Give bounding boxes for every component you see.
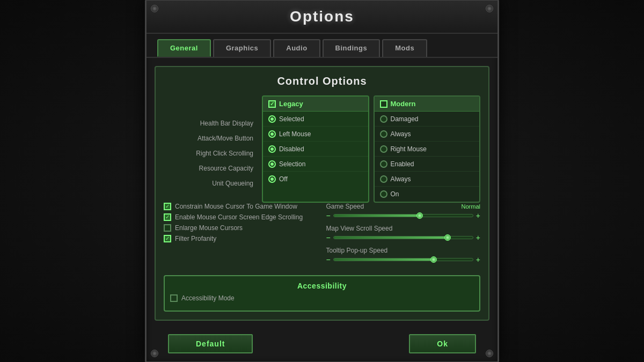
slider-tooltip: Tooltip Pop-up Speed − + (326, 247, 481, 263)
modern-row-2[interactable]: Right Mouse (375, 142, 480, 157)
labels-col: Health Bar Display Attack/Move Button Ri… (164, 95, 258, 203)
slider-map-scroll: Map View Scroll Speed − + (326, 225, 481, 241)
check-profanity-box[interactable] (164, 235, 171, 242)
modern-option-5: On (391, 190, 399, 198)
slider-tooltip-bar[interactable] (333, 258, 473, 261)
bolt-tl (151, 5, 158, 12)
control-columns: Health Bar Display Attack/Move Button Ri… (164, 95, 480, 203)
modern-option-0: Damaged (391, 115, 419, 123)
check-edge-scroll-box[interactable] (164, 213, 171, 221)
slider-map-scroll-bar[interactable] (333, 236, 473, 239)
label-unit-queue: Unit Queueing (164, 176, 258, 191)
section-title: Control Options (164, 75, 480, 87)
check-constrain-box[interactable] (164, 203, 171, 210)
bolt-br (486, 350, 493, 357)
check-enlarge: Enlarge Mouse Cursors (164, 224, 318, 232)
default-button[interactable]: Default (168, 334, 253, 353)
check-profanity-label: Filter Profanity (175, 235, 216, 242)
check-enlarge-label: Enlarge Mouse Cursors (175, 224, 243, 232)
tab-general[interactable]: General (157, 39, 211, 57)
content-area: Control Options Health Bar Display Attac… (155, 66, 489, 321)
modern-header: Modern (375, 97, 480, 112)
legacy-option-2: Disabled (279, 145, 304, 153)
slider-tooltip-track: − + (326, 256, 481, 263)
slider-tooltip-plus[interactable]: + (476, 256, 480, 263)
tab-graphics[interactable]: Graphics (213, 39, 271, 57)
bottom-bar: Default Ok (147, 329, 497, 361)
modern-option-1: Always (391, 130, 411, 138)
bolt-bl (151, 350, 158, 357)
legacy-radio-4[interactable] (268, 175, 276, 183)
legacy-header: Legacy (263, 97, 368, 112)
check-profanity: Filter Profanity (164, 235, 318, 242)
left-checkboxes: Constrain Mouse Cursor To Game Window En… (164, 203, 318, 269)
accessibility-section: Accessibility Accessibility Mode (164, 275, 480, 312)
legacy-row-3[interactable]: Selection (263, 157, 368, 172)
modern-label: Modern (391, 100, 416, 108)
legacy-radio-2[interactable] (268, 145, 276, 153)
legacy-row-4[interactable]: Off (263, 172, 368, 187)
checkboxes-sliders-section: Constrain Mouse Cursor To Game Window En… (164, 203, 480, 269)
legacy-radio-0[interactable] (268, 115, 276, 123)
slider-tooltip-label: Tooltip Pop-up Speed (326, 247, 388, 254)
modern-option-4: Always (391, 175, 411, 183)
check-enlarge-box[interactable] (164, 224, 171, 232)
main-window: Options General Graphics Audio Bindings … (145, 0, 499, 362)
slider-game-speed-plus[interactable]: + (476, 212, 480, 219)
check-edge-scroll-label: Enable Mouse Cursor Screen Edge Scrollin… (175, 213, 303, 221)
modern-row-0[interactable]: Damaged (375, 112, 480, 127)
legacy-option-4: Off (279, 175, 288, 183)
modern-option-2: Right Mouse (391, 145, 427, 153)
label-resource: Resource Capacity (164, 161, 258, 176)
slider-tooltip-header: Tooltip Pop-up Speed (326, 247, 481, 254)
modern-radio-5[interactable] (380, 190, 387, 198)
check-accessibility-mode-box[interactable] (170, 294, 178, 302)
modern-row-5[interactable]: On (375, 187, 480, 202)
modern-radio-0[interactable] (380, 115, 387, 123)
slider-game-speed: Game Speed Normal − + (326, 203, 481, 219)
label-right-click: Right Click Scrolling (164, 146, 258, 161)
slider-map-scroll-minus[interactable]: − (326, 234, 331, 241)
slider-map-scroll-track: − + (326, 234, 481, 241)
tab-bar: General Graphics Audio Bindings Mods (147, 34, 497, 58)
modern-radio-1[interactable] (380, 130, 387, 138)
accessibility-title: Accessibility (170, 282, 474, 290)
check-constrain-label: Constrain Mouse Cursor To Game Window (175, 203, 297, 210)
legacy-option-0: Selected (279, 115, 304, 123)
legacy-row-1[interactable]: Left Mouse (263, 127, 368, 142)
slider-map-scroll-label: Map View Scroll Speed (326, 225, 393, 232)
window-title: Options (290, 8, 354, 25)
slider-map-scroll-plus[interactable]: + (476, 234, 480, 241)
bolt-tr (486, 5, 493, 12)
tab-mods[interactable]: Mods (382, 39, 427, 57)
modern-row-3[interactable]: Enabled (375, 157, 480, 172)
slider-tooltip-minus[interactable]: − (326, 256, 331, 263)
modern-option-3: Enabled (391, 160, 414, 168)
check-constrain: Constrain Mouse Cursor To Game Window (164, 203, 318, 210)
modern-column: Modern Damaged Always Right Mouse Enable… (374, 95, 481, 203)
modern-checkbox[interactable] (380, 100, 387, 108)
legacy-radio-3[interactable] (268, 160, 276, 168)
tab-bindings[interactable]: Bindings (323, 39, 380, 57)
check-edge-scroll: Enable Mouse Cursor Screen Edge Scrollin… (164, 213, 318, 221)
label-attack-move: Attack/Move Button (164, 131, 258, 146)
modern-radio-2[interactable] (380, 145, 387, 153)
modern-radio-4[interactable] (380, 175, 387, 183)
sliders-section: Game Speed Normal − + Ma (326, 203, 481, 269)
slider-game-speed-bar[interactable] (333, 214, 473, 217)
legacy-radio-1[interactable] (268, 130, 276, 138)
slider-game-speed-label: Game Speed (326, 203, 364, 210)
modern-radio-3[interactable] (380, 160, 387, 168)
legacy-checkbox[interactable] (268, 100, 276, 108)
check-accessibility-mode: Accessibility Mode (170, 294, 474, 302)
modern-row-1[interactable]: Always (375, 127, 480, 142)
slider-game-speed-minus[interactable]: − (326, 212, 331, 219)
modern-row-4[interactable]: Always (375, 172, 480, 187)
label-health-bar: Health Bar Display (164, 116, 258, 131)
legacy-row-2[interactable]: Disabled (263, 142, 368, 157)
tab-audio[interactable]: Audio (273, 39, 320, 57)
legacy-row-0[interactable]: Selected (263, 112, 368, 127)
slider-map-scroll-header: Map View Scroll Speed (326, 225, 481, 232)
ok-button[interactable]: Ok (409, 334, 476, 353)
slider-game-speed-track: − + (326, 212, 481, 219)
